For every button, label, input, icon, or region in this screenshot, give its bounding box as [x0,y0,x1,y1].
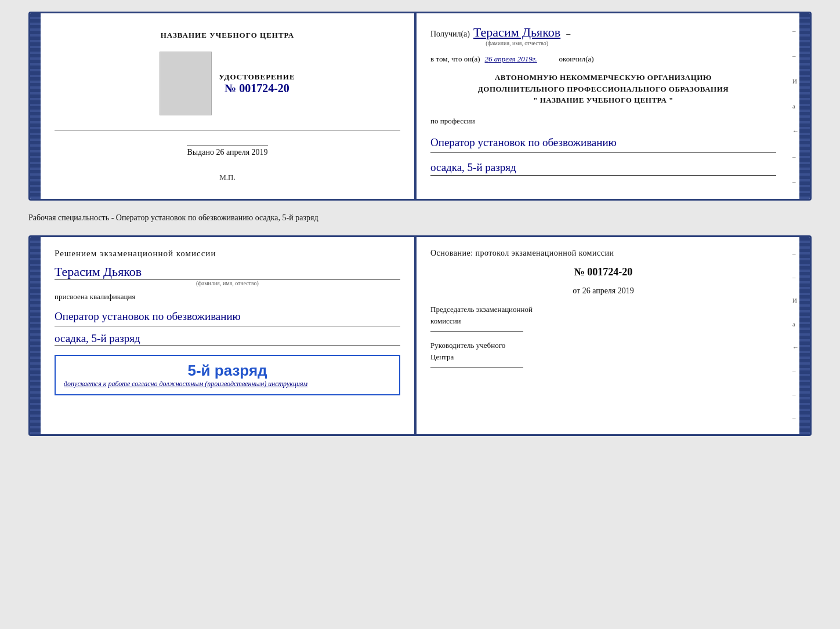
right-strip [799,13,810,199]
razryad2-text: осадка, 5-й разряд [55,332,400,346]
top-document: НАЗВАНИЕ УЧЕБНОГО ЦЕНТРА УДОСТОВЕРЕНИЕ №… [28,12,812,201]
left-strip [30,13,41,199]
predsedatel-signature [430,331,523,332]
avtonom-line3: " НАЗВАНИЕ УЧЕБНОГО ЦЕНТРА " [430,94,776,106]
rukovoditel-line1: Руководитель учебного [430,340,776,351]
predsedatel-line1: Председатель экзаменационной [430,304,776,315]
avtonom-block: АВТОНОМНУЮ НЕКОММЕРЧЕСКУЮ ОРГАНИЗАЦИЮ ДО… [430,72,776,106]
avtonom-line2: ДОПОЛНИТЕЛЬНОГО ПРОФЕССИОНАЛЬНОГО ОБРАЗО… [430,83,776,95]
bottom-doc-left: Решением экзаменационной комиссии Тераси… [41,237,414,434]
top-doc-left: НАЗВАНИЕ УЧЕБНОГО ЦЕНТРА УДОСТОВЕРЕНИЕ №… [41,13,414,199]
dopuskaetsya-prefix: допускается к [64,380,106,388]
fio-hint: (фамилия, имя, отчество) [486,40,548,46]
vtom-line: в том, что он(а) 26 апреля 2019г. окончи… [430,54,776,64]
udost-number: № 001724-20 [219,82,295,95]
vydano-line: Выдано 26 апреля 2019 [187,145,267,157]
razryad-text: осадка, 5-й разряд [430,161,776,176]
rukovoditel-block: Руководитель учебного Центра [430,340,776,368]
stamp-razryad: 5-й разряд [64,362,391,380]
bottom-recipient-name: Терасим Дьяков [55,264,400,280]
osnovanie-title: Основание: протокол экзаменационной коми… [430,249,776,258]
resheniem-title: Решением экзаменационной комиссии [55,249,400,259]
poluchil-row: Получил(а) Терасим Дьяков (фамилия, имя,… [430,25,776,46]
ot-prefix: от [573,286,580,295]
okonchil-label: окончил(а) [559,54,594,64]
center-title: НАЗВАНИЕ УЧЕБНОГО ЦЕНТРА [161,30,295,41]
recipient-name: Терасим Дьяков [473,25,560,40]
ot-date: 26 апреля 2019 [582,286,634,295]
rukovoditel-line2: Центра [430,351,776,363]
predsedatel-line2: комиссии [430,315,776,327]
photo-placeholder [160,52,212,115]
top-doc-right: Получил(а) Терасим Дьяков (фамилия, имя,… [417,13,790,199]
poluchil-label: Получил(а) [430,30,470,39]
bottom-right-margin: – – И а ← – – – [790,237,799,434]
bottom-document: Решением экзаменационной комиссии Тераси… [28,235,812,436]
bottom-doc-right: Основание: протокол экзаменационной коми… [417,237,790,434]
profession-text: Оператор установок по обезвоживанию [430,134,776,153]
po-professii-label: по профессии [430,117,776,126]
right-margin: – – И а ← – – [790,13,799,199]
vydano-prefix: Выдано [187,148,214,157]
bottom-left-strip [30,237,41,434]
qualification-text: Оператор установок по обезвоживанию [55,307,400,326]
ot-line: от 26 апреля 2019 [430,286,776,296]
vtom-prefix: в том, что он(а) [430,54,480,64]
predsedatel-block: Председатель экзаменационной комиссии [430,304,776,332]
blue-stamp-box: 5-й разряд допускается к работе согласно… [55,355,400,395]
middle-label: Рабочая специальность - Оператор установ… [28,210,812,226]
name-block-bottom: Терасим Дьяков (фамилия, имя, отчество) [55,264,400,286]
mp-label: М.П. [219,173,235,182]
udost-label: УДОСТОВЕРЕНИЕ [219,72,295,82]
dopuskaetsya-line: допускается к работе согласно должностны… [64,380,391,388]
page-container: НАЗВАНИЕ УЧЕБНОГО ЦЕНТРА УДОСТОВЕРЕНИЕ №… [28,12,812,436]
bottom-right-strip [799,237,810,434]
avtonom-line1: АВТОНОМНУЮ НЕКОММЕРЧЕСКУЮ ОРГАНИЗАЦИЮ [430,72,776,83]
dopuskaetsya-underline: работе согласно должностным (производств… [108,380,307,388]
vydano-date: 26 апреля 2019 [216,148,267,157]
vtom-date: 26 апреля 2019г. [485,54,555,64]
protokol-number: № 001724-20 [430,266,776,278]
prisvoena-label: присвоена квалификация [55,292,400,301]
rukovoditel-signature [430,367,523,368]
bottom-fio-hint: (фамилия, имя, отчество) [55,280,400,286]
udost-block: УДОСТОВЕРЕНИЕ № 001724-20 [219,72,295,95]
